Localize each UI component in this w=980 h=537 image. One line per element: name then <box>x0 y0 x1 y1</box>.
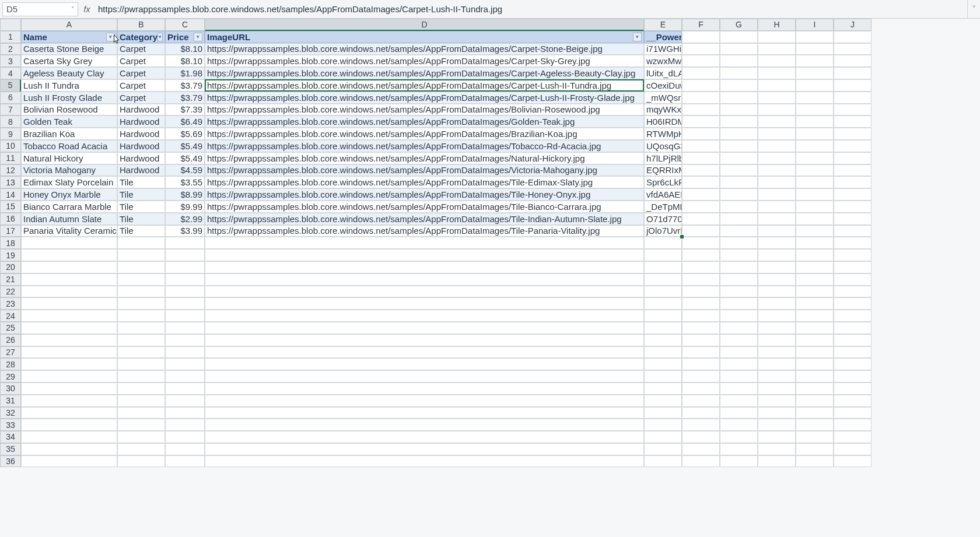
cell-J13[interactable] <box>834 176 872 188</box>
cell-F16[interactable] <box>682 213 720 225</box>
cell-I25[interactable] <box>796 322 834 334</box>
cell-I2[interactable] <box>796 43 834 55</box>
cell-F14[interactable] <box>682 188 720 201</box>
row-header-18[interactable]: 18 <box>0 237 21 249</box>
cell-E32[interactable] <box>644 407 682 419</box>
cell-D3[interactable]: https://pwrappssamples.blob.core.windows… <box>205 55 644 67</box>
cell-H26[interactable] <box>758 334 796 346</box>
cell-A29[interactable] <box>21 370 117 382</box>
cell-H32[interactable] <box>758 407 796 419</box>
row-header-13[interactable]: 13 <box>0 176 21 188</box>
cell-C23[interactable] <box>165 297 205 310</box>
cell-F6[interactable] <box>682 92 720 104</box>
cell-D12[interactable]: https://pwrappssamples.blob.core.windows… <box>205 164 644 177</box>
cell-J14[interactable] <box>834 188 872 201</box>
row-header-8[interactable]: 8 <box>0 115 21 128</box>
cell-F2[interactable] <box>682 43 720 55</box>
row-header-10[interactable]: 10 <box>0 140 21 152</box>
cell-B13[interactable]: Tile <box>117 176 165 188</box>
cell-D21[interactable] <box>205 273 644 286</box>
cell-H34[interactable] <box>758 431 796 443</box>
col-header-C[interactable]: C <box>165 19 205 31</box>
cell-J17[interactable] <box>834 225 872 237</box>
cell-H15[interactable] <box>758 201 796 213</box>
row-header-34[interactable]: 34 <box>0 431 21 443</box>
cell-A14[interactable]: Honey Onyx Marble <box>21 188 117 201</box>
cell-F1[interactable] <box>682 31 720 43</box>
cell-H11[interactable] <box>758 152 796 164</box>
cell-G28[interactable] <box>720 358 758 370</box>
cell-H13[interactable] <box>758 176 796 188</box>
cell-I34[interactable] <box>796 431 834 443</box>
cell-D20[interactable] <box>205 261 644 273</box>
cell-H4[interactable] <box>758 67 796 79</box>
cell-F32[interactable] <box>682 407 720 419</box>
formula-expand-icon[interactable]: ˅ <box>967 0 980 18</box>
cell-B35[interactable] <box>117 443 165 455</box>
row-header-33[interactable]: 33 <box>0 419 21 431</box>
cell-C4[interactable]: $1.98 <box>165 67 205 79</box>
name-box[interactable]: D5 ˅ <box>2 2 78 16</box>
cell-J5[interactable] <box>834 79 872 92</box>
cell-I14[interactable] <box>796 188 834 201</box>
cell-B11[interactable]: Hardwood <box>117 152 165 164</box>
cell-G1[interactable] <box>720 31 758 43</box>
cell-H14[interactable] <box>758 188 796 201</box>
cell-G26[interactable] <box>720 334 758 346</box>
cell-E7[interactable]: mqyWKx5Ax_s <box>644 104 682 116</box>
cell-G31[interactable] <box>720 395 758 407</box>
cell-I5[interactable] <box>796 79 834 92</box>
cell-B20[interactable] <box>117 261 165 273</box>
cell-F9[interactable] <box>682 128 720 140</box>
cell-B16[interactable]: Tile <box>117 213 165 225</box>
cell-D11[interactable]: https://pwrappssamples.blob.core.windows… <box>205 152 644 164</box>
row-header-26[interactable]: 26 <box>0 334 21 346</box>
cell-E23[interactable] <box>644 297 682 310</box>
row-header-14[interactable]: 14 <box>0 188 21 201</box>
cell-H36[interactable] <box>758 455 796 468</box>
cell-J7[interactable] <box>834 104 872 116</box>
cell-I28[interactable] <box>796 358 834 370</box>
cell-A2[interactable]: Caserta Stone Beige <box>21 43 117 55</box>
cell-I36[interactable] <box>796 455 834 468</box>
cell-F35[interactable] <box>682 443 720 455</box>
cell-E24[interactable] <box>644 310 682 322</box>
cell-C2[interactable]: $8.10 <box>165 43 205 55</box>
fx-icon[interactable]: fx <box>78 5 96 14</box>
cell-C12[interactable]: $4.59 <box>165 164 205 177</box>
cell-C17[interactable]: $3.99 <box>165 225 205 237</box>
cell-H20[interactable] <box>758 261 796 273</box>
cell-A8[interactable]: Golden Teak <box>21 115 117 128</box>
cell-I6[interactable] <box>796 92 834 104</box>
cell-I27[interactable] <box>796 346 834 359</box>
cell-D7[interactable]: https://pwrappssamples.blob.core.windows… <box>205 104 644 116</box>
cell-D33[interactable] <box>205 419 644 431</box>
cell-A30[interactable] <box>21 382 117 395</box>
cell-A23[interactable] <box>21 297 117 310</box>
cell-A35[interactable] <box>21 443 117 455</box>
cell-J30[interactable] <box>834 382 872 395</box>
cell-B32[interactable] <box>117 407 165 419</box>
cell-I21[interactable] <box>796 273 834 286</box>
cell-J8[interactable] <box>834 115 872 128</box>
cell-H21[interactable] <box>758 273 796 286</box>
cell-J35[interactable] <box>834 443 872 455</box>
cell-B9[interactable]: Hardwood <box>117 128 165 140</box>
row-header-17[interactable]: 17 <box>0 225 21 237</box>
cell-A15[interactable]: Bianco Carrara Marble <box>21 201 117 213</box>
cell-F7[interactable] <box>682 104 720 116</box>
cell-A9[interactable]: Brazilian Koa <box>21 128 117 140</box>
col-header-D[interactable]: D <box>205 19 644 31</box>
cell-F18[interactable] <box>682 237 720 249</box>
row-header-12[interactable]: 12 <box>0 164 21 177</box>
row-header-11[interactable]: 11 <box>0 152 21 164</box>
cell-G15[interactable] <box>720 201 758 213</box>
cell-E15[interactable]: _DeTpMB_hWs <box>644 201 682 213</box>
row-header-7[interactable]: 7 <box>0 104 21 116</box>
cell-H30[interactable] <box>758 382 796 395</box>
cell-D4[interactable]: https://pwrappssamples.blob.core.windows… <box>205 67 644 79</box>
cell-C31[interactable] <box>165 395 205 407</box>
row-header-30[interactable]: 30 <box>0 382 21 395</box>
row-header-22[interactable]: 22 <box>0 286 21 298</box>
cell-C6[interactable]: $3.79 <box>165 92 205 104</box>
